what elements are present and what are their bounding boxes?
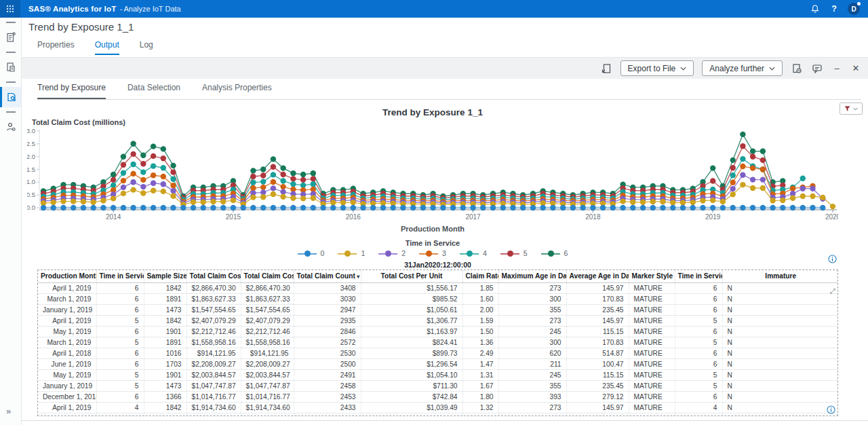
- data-point[interactable]: [130, 171, 136, 177]
- data-point[interactable]: [130, 205, 136, 210]
- data-point[interactable]: [800, 205, 806, 210]
- data-point[interactable]: [660, 205, 665, 210]
- user-avatar[interactable]: D: [848, 3, 860, 15]
- data-point[interactable]: [500, 205, 506, 210]
- data-point[interactable]: [710, 178, 715, 183]
- data-point[interactable]: [290, 181, 296, 187]
- data-point[interactable]: [111, 177, 116, 183]
- data-point[interactable]: [151, 181, 156, 186]
- data-point[interactable]: [770, 205, 775, 210]
- data-point[interactable]: [780, 205, 785, 210]
- data-point[interactable]: [311, 196, 316, 201]
- data-point[interactable]: [510, 205, 515, 210]
- data-point[interactable]: [311, 205, 316, 210]
- data-point[interactable]: [191, 205, 196, 210]
- data-point[interactable]: [730, 191, 736, 197]
- data-point[interactable]: [311, 170, 316, 176]
- data-point[interactable]: [640, 205, 646, 210]
- data-point[interactable]: [220, 205, 226, 210]
- data-point[interactable]: [470, 205, 475, 210]
- data-point[interactable]: [760, 177, 766, 182]
- data-point[interactable]: [790, 196, 795, 201]
- data-point[interactable]: [700, 198, 705, 203]
- data-point[interactable]: [201, 200, 206, 205]
- data-point[interactable]: [91, 205, 96, 210]
- data-point[interactable]: [140, 177, 146, 183]
- data-point[interactable]: [231, 198, 236, 203]
- data-point[interactable]: [820, 195, 825, 200]
- data-point[interactable]: [140, 190, 146, 196]
- data-point[interactable]: [271, 185, 276, 191]
- data-point[interactable]: [130, 179, 136, 185]
- sidebar-item-users[interactable]: [0, 117, 21, 137]
- data-point[interactable]: [740, 156, 745, 162]
- tab-output[interactable]: Output: [95, 40, 119, 55]
- data-point[interactable]: [220, 199, 226, 204]
- column-header[interactable]: Total Cost Per Unit: [361, 270, 462, 282]
- data-point[interactable]: [720, 199, 726, 204]
- data-point[interactable]: [610, 205, 616, 210]
- data-point[interactable]: [750, 149, 755, 154]
- table-row[interactable]: March 1, 201961891$1,863,627.33$1,863,62…: [38, 293, 838, 304]
- help-icon[interactable]: ?: [831, 4, 837, 14]
- legend-item[interactable]: 5: [500, 249, 528, 257]
- data-point[interactable]: [161, 155, 166, 161]
- data-point[interactable]: [170, 177, 176, 182]
- data-point[interactable]: [750, 154, 755, 160]
- minimize-icon[interactable]: –: [831, 63, 842, 73]
- data-point[interactable]: [51, 200, 56, 205]
- app-launcher-button[interactable]: [0, 0, 20, 18]
- data-point[interactable]: [820, 205, 825, 210]
- data-point[interactable]: [460, 205, 466, 210]
- data-point[interactable]: [241, 205, 246, 210]
- data-point[interactable]: [810, 186, 815, 191]
- data-point[interactable]: [130, 162, 136, 167]
- data-point[interactable]: [140, 153, 146, 158]
- data-point[interactable]: [810, 205, 815, 210]
- sidebar-item-report-edit[interactable]: [0, 27, 21, 48]
- data-point[interactable]: [360, 205, 366, 210]
- data-point[interactable]: [710, 165, 715, 170]
- data-point[interactable]: [311, 176, 316, 181]
- table-row[interactable]: April 1, 201951842$2,407,079.29$2,407,07…: [38, 315, 838, 326]
- data-point[interactable]: [750, 185, 755, 191]
- data-point[interactable]: [710, 198, 715, 203]
- data-point[interactable]: [430, 205, 435, 210]
- data-point[interactable]: [670, 200, 675, 205]
- data-point[interactable]: [740, 143, 745, 149]
- data-point[interactable]: [391, 205, 396, 210]
- data-point[interactable]: [121, 162, 126, 168]
- data-point[interactable]: [730, 180, 736, 185]
- expand-handle-icon[interactable]: [829, 285, 836, 297]
- table-row[interactable]: May 1, 201951901$2,003,844.57$2,003,844.…: [38, 369, 838, 380]
- data-point[interactable]: [161, 174, 166, 179]
- data-point[interactable]: [760, 149, 766, 154]
- data-point[interactable]: [630, 200, 635, 205]
- data-point[interactable]: [271, 179, 276, 185]
- data-point[interactable]: [260, 179, 266, 184]
- data-point[interactable]: [730, 186, 736, 191]
- data-point[interactable]: [590, 205, 595, 210]
- data-point[interactable]: [130, 187, 136, 192]
- table-row[interactable]: September 1, 20186938$947,718.54$947,718…: [38, 413, 838, 416]
- data-point[interactable]: [170, 205, 176, 210]
- data-point[interactable]: [280, 165, 285, 170]
- data-point[interactable]: [60, 205, 66, 210]
- legend-item[interactable]: 2: [378, 249, 406, 257]
- column-header[interactable]: Production Month: [38, 270, 96, 282]
- column-header[interactable]: Total Claim Count ▾: [294, 270, 361, 282]
- data-point[interactable]: [300, 205, 306, 210]
- data-point[interactable]: [400, 205, 406, 210]
- data-point[interactable]: [650, 199, 656, 204]
- chart-filter-dropdown[interactable]: [840, 103, 863, 115]
- column-header[interactable]: Immature: [722, 270, 838, 282]
- data-point[interactable]: [210, 205, 216, 210]
- data-point[interactable]: [140, 205, 146, 210]
- data-point[interactable]: [710, 205, 715, 210]
- data-point[interactable]: [480, 205, 486, 210]
- data-point[interactable]: [260, 185, 266, 190]
- trend-chart[interactable]: $0.0$0.5$1.0$1.5$2.0$2.5$3.0201420152016…: [27, 124, 838, 223]
- data-point[interactable]: [51, 205, 56, 210]
- table-row[interactable]: December 1, 201861366$1,014,716.77$1,014…: [38, 391, 838, 402]
- data-point[interactable]: [121, 154, 126, 160]
